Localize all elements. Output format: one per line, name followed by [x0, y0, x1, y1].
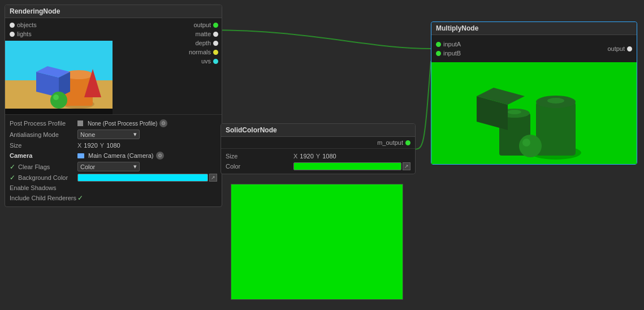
- rendering-node: RenderingNode objects lights: [5, 5, 222, 207]
- port-lights[interactable]: [10, 32, 15, 37]
- antialiasing-value-container: None ▾: [77, 130, 217, 139]
- include-child-label: Include Child Renderers: [10, 195, 77, 201]
- properties-panel: Post Process Profile None (Post Process …: [5, 114, 222, 206]
- multiply-inputA-row: inputA: [436, 40, 461, 49]
- post-process-row: Post Process Profile None (Post Process …: [10, 118, 217, 128]
- svg-point-9: [50, 92, 67, 109]
- rendering-preview: [5, 41, 113, 114]
- include-child-check: ✓: [77, 194, 83, 202]
- port-output[interactable]: [213, 23, 218, 28]
- antialiasing-row: Antialiasing Mode None ▾: [10, 128, 217, 140]
- output-depth-label: depth: [195, 40, 211, 46]
- output-depth-row: depth: [115, 38, 222, 48]
- svg-point-10: [53, 94, 59, 100]
- output-uvs-row: uvs: [115, 57, 222, 66]
- multiply-output-label: output: [607, 45, 625, 52]
- multiply-port-inputB[interactable]: [436, 51, 441, 56]
- multiply-output-row: output: [603, 44, 637, 53]
- multiply-port-inputA[interactable]: [436, 42, 441, 47]
- chevron-down-icon-2: ▾: [133, 163, 137, 170]
- enable-shadows-row: Enable Shadows: [10, 183, 217, 193]
- output-matte-row: matte: [115, 29, 222, 38]
- multiply-inputA-label: inputA: [443, 41, 461, 48]
- size-row: Size X 1920 Y 1080: [10, 140, 217, 150]
- solid-output-label: m_output: [377, 139, 403, 146]
- post-process-gear[interactable]: ⚙: [159, 119, 167, 127]
- solid-size-x: 1920: [300, 153, 313, 160]
- port-depth[interactable]: [213, 41, 218, 46]
- output-output-label: output: [193, 21, 211, 28]
- post-process-value-container: None (Post Process Profile) ⚙: [77, 119, 217, 127]
- output-output-row: output: [115, 20, 222, 29]
- size-x-label: X: [77, 142, 81, 149]
- clear-flags-value-container: Color ▾: [77, 162, 217, 171]
- solid-color-swatch[interactable]: [293, 162, 401, 170]
- solid-size-row: Size X 1920 Y 1080: [226, 151, 410, 161]
- input-lights: lights: [10, 29, 111, 38]
- clear-flags-check: ✓: [10, 163, 15, 171]
- bg-color-swatch[interactable]: [77, 174, 208, 182]
- camera-value: Main Camera (Camera): [88, 152, 154, 159]
- solid-color-label: Color: [226, 163, 293, 170]
- port-objects[interactable]: [10, 23, 15, 28]
- size-y-label: Y: [100, 142, 104, 149]
- multiply-node: MultiplyNode inputA inputB output: [431, 21, 637, 165]
- antialiasing-label: Antialiasing Mode: [10, 131, 77, 138]
- port-uvs[interactable]: [213, 59, 218, 64]
- svg-point-20: [522, 139, 530, 147]
- svg-point-19: [519, 135, 542, 157]
- antialiasing-dropdown[interactable]: None ▾: [77, 130, 140, 139]
- clear-flags-dropdown[interactable]: Color ▾: [77, 162, 140, 171]
- size-value-container: X 1920 Y 1080: [77, 142, 217, 149]
- size-x-value: 1920: [84, 142, 97, 149]
- solid-color-picker[interactable]: ↗: [403, 162, 410, 170]
- output-normals-label: normals: [189, 49, 211, 55]
- multiply-inputB-label: inputB: [443, 50, 461, 57]
- include-child-row: Include Child Renderers ✓: [10, 193, 217, 203]
- rendering-outputs: output matte depth normals uvs: [115, 18, 222, 114]
- bg-color-value-container: ↗: [77, 174, 217, 182]
- multiply-preview: [431, 62, 637, 164]
- output-uvs-label: uvs: [201, 58, 211, 64]
- post-process-label: Post Process Profile: [10, 120, 77, 127]
- clear-flags-label: ✓ Clear Flags: [10, 163, 77, 171]
- background-color-label: ✓ Background Color: [10, 174, 77, 182]
- post-process-icon: [77, 120, 83, 126]
- solid-size-label: Size: [226, 153, 293, 160]
- input-lights-label: lights: [17, 31, 32, 37]
- camera-icon: [77, 153, 84, 158]
- size-label: Size: [10, 142, 77, 149]
- size-y-value: 1080: [106, 142, 120, 149]
- solid-color-value-container: ↗: [293, 162, 410, 170]
- camera-label: Camera: [10, 152, 77, 159]
- chevron-down-icon: ▾: [133, 131, 137, 138]
- solid-color-title: SolidColorNode: [221, 124, 415, 137]
- multiply-inputB-row: inputB: [436, 49, 461, 58]
- solid-color-node: SolidColorNode m_output Size X 1920 Y 10…: [221, 123, 416, 174]
- multiply-node-title: MultiplyNode: [431, 22, 637, 35]
- camera-gear[interactable]: ⚙: [156, 152, 164, 160]
- solid-color-preview: [231, 184, 403, 300]
- post-process-value: None (Post Process Profile): [88, 120, 157, 127]
- svg-rect-13: [536, 102, 576, 156]
- port-matte[interactable]: [213, 32, 218, 37]
- clear-flags-selected: Color: [80, 163, 95, 170]
- input-objects: objects: [10, 20, 111, 29]
- solid-outputs: m_output: [221, 137, 415, 148]
- input-objects-label: objects: [17, 21, 37, 28]
- solid-size-y: 1080: [322, 153, 336, 160]
- background-color-row: ✓ Background Color ↗: [10, 173, 217, 183]
- rendering-node-title: RenderingNode: [5, 5, 222, 18]
- include-child-value: ✓: [77, 194, 217, 202]
- port-normals[interactable]: [213, 50, 218, 55]
- clear-flags-row: ✓ Clear Flags Color ▾: [10, 161, 217, 173]
- solid-props: Size X 1920 Y 1080 Color ↗: [221, 148, 415, 174]
- multiply-port-output[interactable]: [627, 46, 632, 51]
- solid-size-value: X 1920 Y 1080: [293, 153, 410, 160]
- output-matte-label: matte: [195, 31, 211, 37]
- bg-color-picker[interactable]: ↗: [209, 174, 217, 182]
- bg-color-check: ✓: [10, 174, 15, 182]
- multiply-inputs: inputA inputB: [431, 37, 465, 60]
- solid-port-output[interactable]: [405, 140, 410, 145]
- solid-color-row: Color ↗: [226, 161, 410, 171]
